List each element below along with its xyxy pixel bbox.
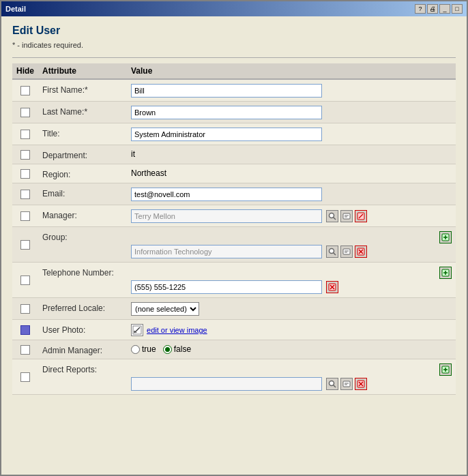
hide-direct-reports	[12, 359, 38, 395]
group-add-row	[131, 231, 452, 243]
title-bar: Detail ? 🖨 _ □	[1, 1, 467, 16]
label-group: Group:	[38, 227, 127, 263]
input-direct-reports[interactable]	[131, 377, 322, 391]
search-icon	[328, 212, 336, 220]
manager-field-row	[131, 209, 452, 223]
group-history-button[interactable]	[340, 246, 353, 258]
checkbox-email[interactable]	[20, 190, 30, 199]
input-first-name[interactable]	[131, 84, 322, 98]
group-field-row	[131, 245, 452, 258]
radio-false-label[interactable]: false	[163, 344, 191, 354]
direct-reports-remove-button[interactable]	[355, 378, 367, 390]
print-button[interactable]: 🖨	[427, 4, 438, 14]
search-icon	[328, 380, 336, 388]
label-direct-reports: Direct Reports:	[38, 359, 127, 395]
direct-reports-history-button[interactable]	[340, 378, 353, 390]
row-region: Region: Northeast	[12, 164, 456, 183]
direct-reports-lookup-button[interactable]	[326, 378, 338, 390]
hide-admin-manager	[12, 340, 38, 359]
checkbox-group[interactable]	[20, 240, 30, 250]
title-bar-buttons: ? 🖨 _ □	[415, 4, 463, 14]
telephone-remove-button[interactable]	[326, 281, 338, 293]
input-last-name[interactable]	[131, 106, 322, 119]
svg-line-1	[334, 218, 336, 220]
val-title	[127, 123, 456, 145]
hide-title	[12, 123, 38, 145]
group-add-button[interactable]	[439, 231, 452, 243]
remove-icon	[328, 283, 336, 291]
hide-group	[12, 227, 38, 263]
checkbox-first-name[interactable]	[20, 86, 30, 95]
checkbox-direct-reports[interactable]	[20, 372, 30, 382]
group-remove-button[interactable]	[355, 246, 367, 258]
main-window: Detail ? 🖨 _ □ Edit User * - indicates r…	[0, 0, 468, 476]
row-group: Group:	[12, 227, 456, 263]
val-admin-manager: true false	[127, 340, 456, 359]
svg-rect-33	[343, 381, 350, 387]
manager-actions	[325, 210, 367, 222]
add-icon	[441, 269, 450, 277]
radio-true-circle[interactable]	[131, 345, 140, 354]
group-lookup-button[interactable]	[326, 246, 338, 258]
checkbox-region[interactable]	[20, 169, 30, 179]
row-title: Title:	[12, 123, 456, 145]
manager-lookup-button[interactable]	[326, 210, 338, 222]
manager-history-button[interactable]	[340, 210, 353, 222]
edit-table: Hide Attribute Value First Name:*	[12, 63, 456, 395]
radio-true-label[interactable]: true	[131, 344, 156, 354]
hide-telephone	[12, 263, 38, 298]
row-telephone: Telephone Number:	[12, 263, 456, 298]
telephone-add-button[interactable]	[439, 267, 452, 279]
edit-photo-link[interactable]: edit or view image	[147, 326, 207, 334]
select-locale[interactable]: (none selected)	[131, 302, 199, 316]
required-note: * - indicates required.	[12, 41, 456, 49]
label-last-name: Last Name:*	[38, 102, 127, 123]
checkbox-photo[interactable]	[20, 325, 30, 335]
val-email	[127, 183, 456, 205]
photo-edit-icon[interactable]	[131, 324, 143, 336]
checkbox-admin-manager[interactable]	[20, 345, 30, 355]
val-photo: edit or view image	[127, 320, 456, 340]
telephone-field-row	[131, 280, 452, 294]
checkbox-manager[interactable]	[20, 211, 30, 221]
history-icon	[342, 380, 351, 388]
label-department: Department:	[38, 145, 127, 164]
input-telephone[interactable]	[131, 280, 322, 294]
val-last-name	[127, 102, 456, 123]
hide-photo	[12, 320, 38, 340]
telephone-add-row	[131, 267, 452, 279]
input-email[interactable]	[131, 188, 322, 201]
label-title: Title:	[38, 123, 127, 145]
checkbox-telephone[interactable]	[20, 276, 30, 285]
svg-point-31	[330, 381, 334, 386]
svg-point-0	[330, 213, 334, 218]
label-photo: User Photo:	[38, 320, 127, 340]
hide-first-name	[12, 79, 38, 102]
val-direct-reports	[127, 359, 456, 395]
val-region: Northeast	[127, 164, 456, 183]
input-group[interactable]	[131, 245, 322, 258]
input-manager[interactable]	[131, 209, 322, 223]
checkbox-locale[interactable]	[20, 304, 30, 314]
history-icon	[342, 212, 351, 220]
label-first-name: First Name:*	[38, 79, 127, 102]
radio-false-circle[interactable]	[163, 345, 172, 354]
direct-reports-field-row	[131, 377, 452, 391]
col-attribute: Attribute	[38, 63, 127, 79]
minimize-button[interactable]: _	[439, 4, 450, 14]
checkbox-last-name[interactable]	[20, 108, 30, 117]
manager-edit-button[interactable]	[355, 210, 367, 222]
group-actions	[325, 246, 367, 258]
row-last-name: Last Name:*	[12, 102, 456, 123]
direct-reports-add-button[interactable]	[439, 363, 452, 376]
val-locale: (none selected)	[127, 298, 456, 320]
input-title[interactable]	[131, 128, 322, 141]
row-admin-manager: Admin Manager: true false	[12, 340, 456, 359]
checkbox-title[interactable]	[20, 130, 30, 139]
checkbox-department[interactable]	[20, 150, 30, 160]
help-button[interactable]: ?	[415, 4, 426, 14]
svg-rect-2	[343, 213, 350, 219]
maximize-button[interactable]: □	[452, 4, 463, 14]
val-first-name	[127, 79, 456, 102]
telephone-actions	[325, 281, 338, 293]
